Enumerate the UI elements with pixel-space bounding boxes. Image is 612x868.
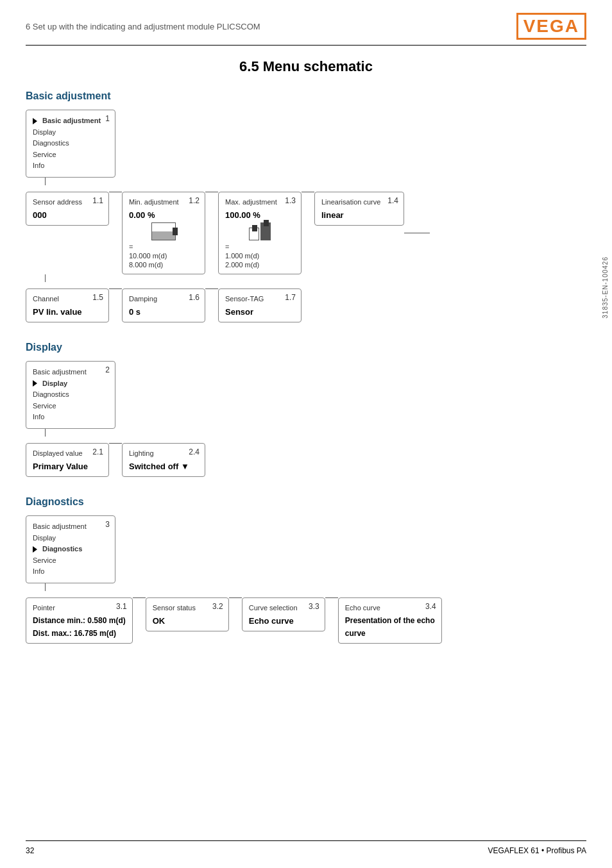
sensor-address-number: 1.1 (92, 196, 103, 205)
arrow-icon-3 (33, 546, 37, 553)
nav-item-basic-3: Basic adjustment (33, 521, 108, 533)
echo-curve-label: Echo curve (345, 604, 380, 612)
nav-item-basic-active: Basic adjustment (33, 115, 108, 127)
sensor-tag-box: Sensor-TAG 1.7 Sensor (218, 288, 302, 322)
curve-selection-label: Curve selection (249, 604, 298, 612)
lin-curve-right-line (404, 233, 430, 233)
curve-selection-value: Echo curve (249, 616, 318, 626)
connector-3-2-3 (229, 597, 242, 598)
pointer-number: 3.1 (116, 602, 127, 611)
channel-label: Channel (33, 295, 59, 303)
lin-curve-label: Linearisation curve (321, 198, 380, 206)
display-section: Display 2 Basic adjustment Display Diagn… (26, 342, 586, 477)
connector-3-1-2 (133, 597, 146, 598)
echo-curve-value1: Presentation of the echo (345, 616, 435, 625)
sensor-address-value: 000 (33, 210, 102, 220)
connector-3-3-4 (325, 597, 338, 598)
sensor-address-box: Sensor address 1.1 000 (26, 192, 109, 226)
nav-item-diagnostics-1: Diagnostics (33, 138, 108, 149)
pointer-box: Pointer 3.1 Distance min.: 0.580 m(d) Di… (26, 597, 133, 644)
pointer-value2: Dist. max.: 16.785 m(d) (33, 629, 126, 638)
product-name: VEGAFLEX 61 • Profibus PA (488, 846, 586, 855)
nav-item-service-2: Service (33, 401, 108, 412)
lin-curve-value: linear (321, 210, 397, 220)
sensor-tag-label: Sensor-TAG (225, 295, 264, 303)
basic-adjustment-title: Basic adjustment (26, 90, 586, 102)
arrow-icon-2 (33, 380, 37, 387)
linearisation-curve-box: Linearisation curve 1.4 linear (314, 192, 404, 226)
sidebar-rotated-label: 31835-EN-100426 (602, 256, 609, 319)
display-title: Display (26, 342, 586, 353)
min-adj-label: Min. adjustment (129, 198, 179, 206)
connector-1-3-4 (302, 192, 314, 192)
min-adjustment-box: Min. adjustment 1.2 0.00 % = 10.000 m(d)… (122, 192, 205, 274)
lighting-box: Lighting 2.4 Switched off ▼ (122, 443, 205, 477)
header-text: 6 Set up with the indicating and adjustm… (26, 22, 260, 31)
max-adj-number: 1.3 (285, 196, 296, 205)
max-adj-label: Max. adjustment (225, 198, 277, 206)
displayed-value-value: Primary Value (33, 462, 102, 471)
display-row-1: Displayed value 2.1 Primary Value Lighti… (26, 443, 205, 477)
sensor-tag-value: Sensor (225, 307, 294, 317)
nav-box-number-1: 1 (105, 114, 110, 123)
lighting-value: Switched off ▼ (129, 462, 198, 471)
diagnostics-section: Diagnostics 3 Basic adjustment Display D… (26, 496, 586, 644)
curve-selection-box: Curve selection 3.3 Echo curve (242, 597, 325, 631)
nav-item-info-1: Info (33, 160, 108, 172)
arrow-icon-1 (33, 118, 37, 124)
pointer-label: Pointer (33, 604, 55, 612)
max-adjustment-box: Max. adjustment 1.3 100.00 % = 1.000 m(d… (218, 192, 302, 274)
basic-nav-box: 1 Basic adjustment Display Diagnostics S… (26, 110, 115, 178)
vega-logo: VEGA (516, 13, 586, 40)
connector-1-5-6 (109, 288, 122, 289)
nav-box-number-3: 3 (105, 520, 110, 529)
lighting-label: Lighting (129, 449, 154, 457)
nav-item-display-3: Display (33, 533, 108, 544)
max-adj-sub2: 2.000 m(d) (225, 261, 294, 269)
diagnostics-nav-box: 3 Basic adjustment Display Diagnostics S… (26, 515, 115, 583)
basic-adjustment-section: Basic adjustment 1 Basic adjustment Disp… (26, 90, 586, 322)
sensor-status-number: 3.2 (212, 602, 223, 611)
nav-item-basic-2: Basic adjustment (33, 367, 108, 378)
connector-1-2-3 (205, 192, 218, 192)
displayed-value-label: Displayed value (33, 449, 83, 457)
min-adj-number: 1.2 (189, 196, 200, 205)
echo-curve-value2: curve (345, 629, 435, 638)
nav-box-number-2: 2 (105, 365, 110, 374)
lighting-number: 2.4 (189, 447, 200, 456)
nav-item-info-3: Info (33, 566, 108, 578)
displayed-value-number: 2.1 (92, 447, 103, 456)
nav-item-service-3: Service (33, 555, 108, 567)
max-adj-value: 100.00 % (225, 210, 294, 220)
page-title: 6.5 Menu schematic (26, 58, 586, 75)
nav-item-display-active: Display (33, 378, 108, 390)
page-number: 32 (26, 846, 34, 855)
min-adj-sub1: 10.000 m(d) (129, 252, 198, 260)
echo-curve-number: 3.4 (425, 602, 436, 611)
page-footer: 32 VEGAFLEX 61 • Profibus PA (26, 840, 586, 855)
sensor-status-box: Sensor status 3.2 OK (146, 597, 229, 631)
connector-1-1-2 (109, 192, 122, 192)
pointer-value1: Distance min.: 0.580 m(d) (33, 616, 126, 625)
damping-value: 0 s (129, 307, 198, 317)
min-adj-sub2: 8.000 m(d) (129, 261, 198, 269)
nav-item-info-2: Info (33, 412, 108, 423)
page-header: 6 Set up with the indicating and adjustm… (26, 13, 586, 46)
nav-item-service-1: Service (33, 149, 108, 161)
sensor-status-label: Sensor status (153, 604, 196, 612)
damping-label: Damping (129, 295, 157, 303)
basic-row-2: Channel 1.5 PV lin. value Damping 1.6 0 … (26, 288, 302, 322)
sensor-address-label: Sensor address (33, 198, 82, 206)
display-nav-box: 2 Basic adjustment Display Diagnostics S… (26, 361, 115, 429)
curve-selection-number: 3.3 (309, 602, 319, 611)
channel-value: PV lin. value (33, 307, 102, 317)
displayed-value-box: Displayed value 2.1 Primary Value (26, 443, 109, 477)
channel-number: 1.5 (92, 293, 103, 302)
sensor-tag-number: 1.7 (285, 293, 296, 302)
sensor-status-value: OK (153, 616, 222, 626)
nav-item-diagnostics-2: Diagnostics (33, 389, 108, 401)
damping-box: Damping 1.6 0 s (122, 288, 205, 322)
diagnostics-title: Diagnostics (26, 496, 586, 508)
connector-1-6-7 (205, 288, 218, 289)
echo-curve-box: Echo curve 3.4 Presentation of the echo … (338, 597, 442, 644)
